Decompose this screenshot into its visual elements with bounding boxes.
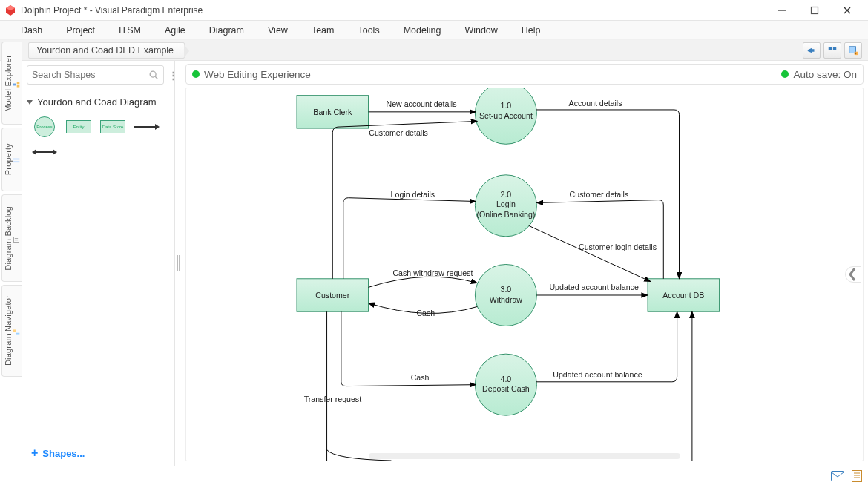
menu-project[interactable]: Project [54, 21, 107, 39]
menu-window[interactable]: Window [453, 21, 509, 39]
notes-icon[interactable] [852, 470, 862, 484]
svg-rect-5 [829, 47, 832, 50]
side-tab-label: Model Explorer [4, 55, 13, 112]
menu-agile[interactable]: Agile [153, 21, 197, 39]
flow-label: Customer details [369, 128, 428, 137]
menu-modeling[interactable]: Modeling [392, 21, 453, 39]
palette-label: Entity [73, 125, 84, 129]
palette-label: Process [36, 125, 53, 129]
megaphone-icon [806, 45, 817, 56]
palette-bi-arrow[interactable] [30, 142, 59, 162]
palette-flow-arrow[interactable] [132, 116, 162, 137]
toolbar-row: Yourdon and Coad DFD Example [0, 40, 868, 61]
search-wrap: ⋮ [27, 65, 170, 85]
section-title[interactable]: Yourdon and Coad Diagram [27, 96, 170, 108]
menu-bar: Dash Project ITSM Agile Diagram View Tea… [0, 21, 868, 40]
svg-rect-12 [13, 158, 20, 159]
list-icon [13, 156, 20, 166]
flow-label: Cash [411, 373, 430, 382]
autosave-label: Auto save: On [793, 69, 857, 80]
window-title: Dolphin Project * - Visual Paradigm Ente… [21, 5, 203, 16]
process-id: 2.0 [501, 190, 512, 199]
diagram-backlog-tab[interactable]: Diagram Backlog [1, 194, 22, 282]
flow-label: Login details [391, 190, 435, 199]
process-id: 3.0 [501, 285, 512, 294]
search-input[interactable] [32, 70, 148, 80]
svg-rect-1 [812, 7, 818, 13]
diagram-navigator-tab[interactable]: Diagram Navigator [1, 285, 22, 377]
window-minimize-button[interactable] [766, 0, 798, 21]
diagram-canvas[interactable]: Bank Clerk Customer Account DB 1.0 Set-u… [185, 88, 864, 461]
flow-customer-login-details[interactable] [529, 225, 651, 281]
info-left: Web Editing Experience [192, 69, 311, 80]
flow-login-details[interactable] [343, 198, 476, 279]
process-name: Deposit Cash [482, 384, 530, 393]
flow-customer-details-1[interactable] [332, 121, 477, 278]
flow-customer-details-2[interactable] [536, 200, 663, 279]
side-tab-label: Diagram Navigator [4, 295, 13, 366]
status-dot-icon [781, 70, 789, 78]
flow-cash-deposit[interactable] [341, 311, 476, 386]
svg-rect-28 [832, 472, 844, 481]
shapes-panel: ⋮ Yourdon and Coad Diagram Process Entit… [22, 61, 175, 466]
window-close-button[interactable] [831, 0, 864, 21]
svg-rect-10 [17, 82, 20, 84]
collapse-right-chip[interactable] [845, 266, 861, 283]
shape-palette: Process Entity Data Store [27, 116, 170, 162]
palette-datastore[interactable]: Data Store [98, 116, 128, 137]
backlog-icon [13, 234, 20, 245]
model-explorer-tab[interactable]: Model Explorer [1, 42, 22, 125]
side-tabs: Model Explorer Property Diagram Backlog … [0, 40, 22, 466]
process-withdraw[interactable]: 3.0 Withdraw [475, 264, 536, 326]
property-tab[interactable]: Property [1, 128, 22, 191]
search-shapes[interactable] [27, 65, 164, 85]
entity-account-db[interactable]: Account DB [648, 279, 720, 311]
section-title-label: Yourdon and Coad Diagram [37, 96, 157, 108]
process-login[interactable]: 2.0 Login (Online Banking) [475, 175, 536, 237]
window-maximize-button[interactable] [798, 0, 831, 21]
chevron-down-icon [27, 100, 33, 105]
tree-icon [13, 79, 20, 90]
horizontal-scrollbar[interactable] [369, 453, 680, 459]
flow-label: Updated account balance [549, 283, 638, 291]
process-setup-account[interactable]: 1.0 Set-up Account [475, 88, 536, 144]
canvas-area: Web Editing Experience Auto save: On Ban… [181, 61, 868, 466]
menu-help[interactable]: Help [510, 21, 553, 39]
menu-itsm[interactable]: ITSM [107, 21, 153, 39]
menu-diagram[interactable]: Diagram [197, 21, 256, 39]
flow-cash-withdraw-request[interactable] [369, 277, 478, 287]
palette-entity[interactable]: Entity [64, 116, 93, 137]
process-name: Withdraw [490, 295, 523, 304]
splitter-handle[interactable] [175, 61, 181, 466]
svg-rect-17 [13, 329, 16, 332]
palette-process[interactable]: Process [30, 116, 59, 137]
navigator-icon [13, 327, 20, 337]
svg-rect-29 [852, 471, 862, 482]
chevron-left-icon [846, 267, 861, 282]
flow-label: Customer details [570, 190, 629, 199]
svg-line-20 [155, 76, 157, 79]
toolbar-right [803, 42, 868, 59]
entity-label: Bank Clerk [313, 108, 352, 116]
web-editing-label: Web Editing Experience [204, 69, 311, 80]
app-logo-icon [4, 4, 16, 16]
svg-rect-4 [812, 49, 815, 52]
align-button[interactable] [823, 42, 841, 59]
menu-dash[interactable]: Dash [9, 21, 54, 39]
entity-customer[interactable]: Customer [297, 279, 369, 311]
breadcrumb[interactable]: Yourdon and Coad DFD Example [28, 42, 185, 59]
entity-bank-clerk[interactable]: Bank Clerk [297, 96, 369, 128]
menu-tools[interactable]: Tools [346, 21, 391, 39]
process-deposit-cash[interactable]: 4.0 Deposit Cash [475, 354, 536, 415]
title-bar: Dolphin Project * - Visual Paradigm Ente… [0, 0, 868, 21]
flow-label: Customer login details [579, 243, 657, 251]
align-icon [827, 45, 838, 56]
flow-label: Updated account balance [553, 370, 642, 379]
announce-button[interactable] [803, 42, 821, 59]
new-diagram-button[interactable] [844, 42, 862, 59]
shapes-link[interactable]: + Shapes... [31, 446, 85, 460]
mail-icon[interactable] [831, 471, 844, 484]
search-icon [148, 70, 159, 80]
menu-view[interactable]: View [256, 21, 300, 39]
menu-team[interactable]: Team [300, 21, 346, 39]
